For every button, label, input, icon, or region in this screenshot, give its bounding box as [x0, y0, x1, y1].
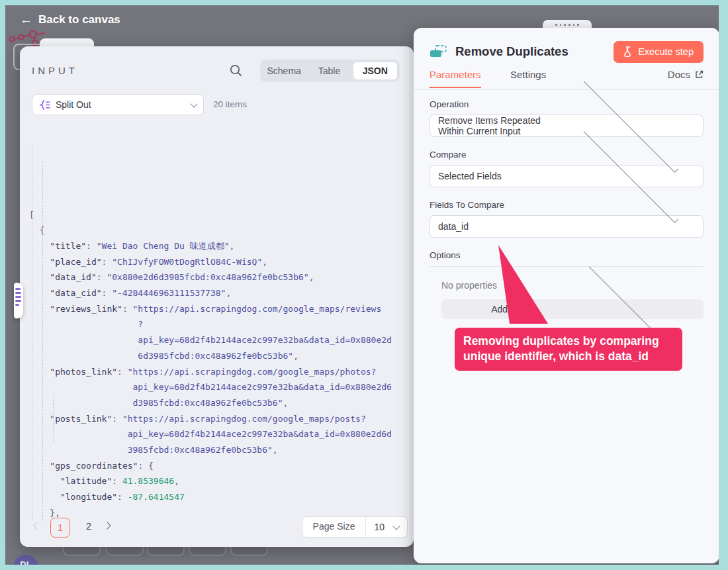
chevron-down-icon — [392, 522, 400, 530]
input-source-select[interactable]: Split Out — [32, 94, 204, 115]
json-line: "data_cid": "-4284446963111537738", — [29, 285, 410, 301]
json-line: "photos_link": "https://api.scrapingdog.… — [29, 364, 410, 380]
add-field-label: Add Field — [449, 304, 572, 314]
side-notes-tab[interactable] — [14, 283, 23, 318]
json-line: "place_id": "ChIJvfyFOW0tDogRtlO84C-WisQ… — [29, 254, 410, 270]
back-to-canvas-label: Back to canvas — [38, 13, 120, 26]
tab-table[interactable]: Table — [307, 62, 351, 79]
compare-value: Selected Fields — [438, 171, 567, 181]
tab-json[interactable]: JSON — [353, 62, 398, 80]
split-out-node-icon — [39, 99, 50, 111]
json-line: 6d3985fcbd:0xc48a962fe0bc53b6", — [29, 348, 410, 364]
json-line: "posts_link": "https://api.scrapingdog.c… — [29, 411, 410, 427]
json-line: "gps_coordinates": { — [29, 458, 410, 474]
json-line: api_key=68d2f4b2144ace2c997e32ba&data_id… — [29, 379, 410, 395]
json-line: { — [29, 222, 410, 238]
back-arrow-icon: ← — [20, 13, 32, 27]
operation-select[interactable]: Remove Items Repeated Within Current Inp… — [430, 115, 704, 137]
operation-value: Remove Items Repeated Within Current Inp… — [438, 115, 567, 136]
chevron-down-icon — [190, 100, 197, 107]
input-source-label: Split Out — [56, 99, 186, 110]
indent-guide — [32, 146, 32, 520]
node-panel-tabs: Parameters Settings Docs — [414, 69, 719, 90]
docs-label: Docs — [668, 69, 690, 80]
remove-duplicates-node-icon — [430, 44, 447, 60]
fields-to-compare-value: data_id — [438, 221, 469, 232]
compare-select[interactable]: Selected Fields — [430, 165, 704, 187]
json-line: 3985fcbd:0xc48a962fe0bc53b6", — [29, 442, 410, 458]
fields-to-compare-input[interactable]: data_id — [430, 215, 704, 238]
page-size-label: Page Size — [302, 517, 367, 537]
indent-guide — [53, 397, 54, 442]
previous-page-icon[interactable] — [33, 522, 40, 529]
json-line: "title": "Wei Dao Cheng Du 味道成都", — [29, 238, 410, 254]
external-link-icon — [695, 70, 704, 79]
workflow-canvas-backdrop: ← Back to canvas DL INPUT Schema Table J… — [5, 5, 719, 565]
node-title: Remove Duplicates — [455, 44, 606, 59]
docs-link[interactable]: Docs — [668, 69, 704, 80]
indent-guide — [42, 162, 43, 520]
json-line: [ — [29, 207, 410, 223]
page-size-control[interactable]: Page Size 10 — [302, 516, 408, 538]
pagination-bar: 1 2 Page Size 10 — [20, 518, 414, 539]
back-to-canvas-button[interactable]: ← Back to canvas — [20, 13, 120, 27]
tab-schema[interactable]: Schema — [262, 62, 306, 79]
user-avatar[interactable]: DL — [13, 555, 38, 565]
tab-settings[interactable]: Settings — [510, 69, 546, 80]
operation-label: Operation — [430, 99, 704, 109]
page-1-button[interactable]: 1 — [50, 518, 70, 538]
json-line: ? — [29, 316, 410, 332]
json-line: api_key=68d2f4b2144ace2c997e32ba&data_id… — [29, 332, 410, 348]
options-divider — [430, 266, 704, 267]
json-line: "longitude": -87.6414547 — [29, 489, 410, 505]
items-count: 20 items — [213, 99, 247, 109]
json-line: "data_id": "0x880e2d6d3985fcbd:0xc48a962… — [29, 269, 410, 285]
input-panel: INPUT Schema Table JSON Split Out 20 ite… — [20, 46, 414, 547]
add-field-button[interactable]: Add Field — [441, 299, 704, 319]
tab-parameters[interactable]: Parameters — [430, 69, 481, 88]
execute-step-button[interactable]: Execute step — [614, 41, 704, 63]
annotation-callout: Removing duplicates by comparing unique … — [455, 328, 682, 371]
json-line: "latitude": 41.8539646, — [29, 473, 410, 489]
json-line: "reviews_link": "https://api.scrapingdog… — [29, 301, 410, 317]
json-line: api_key=68d2f4b2144ace2c997e32ba&data_id… — [29, 426, 410, 442]
view-mode-tabs: Schema Table JSON — [260, 60, 400, 82]
next-page-icon[interactable] — [103, 522, 111, 529]
options-empty-text: No properties — [441, 280, 704, 291]
input-panel-title: INPUT — [32, 65, 78, 76]
page-size-value: 10 — [374, 522, 385, 532]
page-size-select[interactable]: 10 — [366, 517, 407, 537]
options-label: Options — [430, 250, 704, 260]
json-viewer: [ { "title": "Wei Dao Cheng Du 味道成都", "p… — [29, 128, 410, 522]
page-2-button[interactable]: 2 — [82, 521, 95, 532]
remove-duplicates-panel: Remove Duplicates Execute step Parameter… — [414, 28, 719, 563]
execute-step-label: Execute step — [638, 46, 694, 57]
search-icon[interactable] — [228, 62, 245, 79]
json-line: d3985fcbd:0xc48a962fe0bc53b6", — [29, 395, 410, 411]
flask-icon — [623, 46, 633, 57]
